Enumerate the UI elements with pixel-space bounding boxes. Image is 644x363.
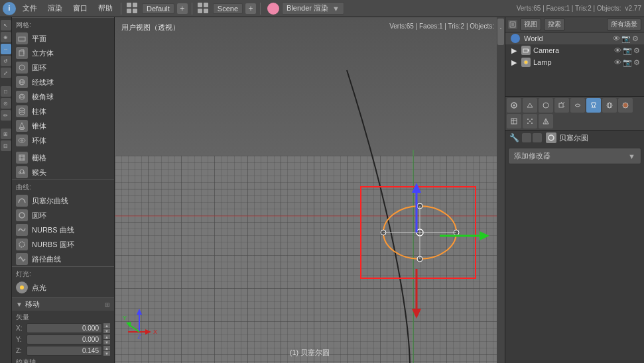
- item-cube[interactable]: 立方体: [12, 46, 114, 60]
- x-down-btn[interactable]: ▼: [103, 329, 110, 333]
- item-bezier-circle[interactable]: 圆环: [12, 208, 114, 223]
- tool-icon-1[interactable]: ↖: [1, 20, 11, 30]
- camera-render-icon[interactable]: 📷: [623, 46, 632, 55]
- menu-window[interactable]: 窗口: [69, 2, 92, 15]
- filter-btn[interactable]: 所有场景: [607, 19, 641, 30]
- viewport[interactable]: 用户视图（透视） Verts:65 | Faces:1 | Tris:2 | O…: [115, 17, 505, 363]
- item-path[interactable]: 路径曲线: [12, 252, 114, 266]
- modifier-props-icon[interactable]: [586, 98, 601, 113]
- world-render-icon[interactable]: 📷: [621, 34, 631, 43]
- svg-point-15: [21, 140, 23, 141]
- viewport-sky: [115, 17, 505, 173]
- y-down-btn[interactable]: ▼: [103, 340, 110, 344]
- item-torus[interactable]: 环体: [12, 133, 114, 148]
- vector-section: 矢量 X: 0.000 ▲ ▼ Y: 0.000: [12, 311, 114, 363]
- svg-text:Z: Z: [137, 333, 141, 340]
- item-uvsphere[interactable]: 经线球: [12, 75, 114, 89]
- item-icosphere[interactable]: 棱角球: [12, 89, 114, 104]
- tool-icon-2[interactable]: ⊕: [1, 32, 11, 42]
- world-eye-icon[interactable]: 👁: [613, 34, 620, 43]
- menu-help[interactable]: 帮助: [94, 2, 117, 15]
- view-btn[interactable]: 视图: [520, 19, 541, 30]
- outliner-icon[interactable]: [508, 20, 517, 29]
- item-bezier[interactable]: 贝塞尔曲线: [12, 193, 114, 208]
- texture-props-icon[interactable]: [507, 114, 521, 129]
- props-toolbar: [505, 97, 644, 130]
- engine-select[interactable]: Blender 渲染 ▼: [282, 2, 344, 15]
- item-circle[interactable]: 圆环: [12, 60, 114, 75]
- tool-icon-4[interactable]: ↺: [1, 56, 11, 66]
- svg-rect-20: [19, 155, 25, 160]
- item-nurbs-circle[interactable]: NURBS 圆环: [12, 237, 114, 252]
- svg-rect-54: [510, 22, 515, 27]
- z-up-btn[interactable]: ▲: [103, 346, 110, 350]
- x-row: X: 0.000 ▲ ▼: [15, 323, 111, 334]
- tool-icon-7[interactable]: ⊙: [1, 98, 11, 109]
- plane-icon: [16, 32, 28, 44]
- tool-icon-9[interactable]: ⊞: [1, 129, 11, 139]
- transform-icon: ⊞: [105, 301, 110, 308]
- add-scene-btn[interactable]: +: [245, 3, 256, 14]
- viewport-dot-menu[interactable]: ·: [499, 23, 502, 33]
- lamp-settings-icon[interactable]: ⚙: [633, 58, 640, 67]
- world-dot: [511, 34, 520, 43]
- object-props-icon[interactable]: [554, 98, 569, 113]
- bezier-icon: [16, 195, 28, 207]
- world-settings-icon[interactable]: ⚙: [632, 34, 639, 43]
- tool-icon-6[interactable]: □: [1, 86, 11, 97]
- y-value[interactable]: 0.000: [27, 335, 102, 344]
- lamp-eye-icon[interactable]: 👁: [614, 58, 621, 67]
- blender-info-icon[interactable]: i: [3, 2, 16, 15]
- lamp-item[interactable]: ▶ Lamp 👁 📷 ⚙: [505, 56, 644, 68]
- bezier-circle-icon: [16, 209, 28, 221]
- y-arrows: ▲ ▼: [103, 335, 110, 344]
- item-plane[interactable]: 平面: [12, 31, 114, 46]
- item-point-light[interactable]: 点光: [12, 280, 114, 295]
- selection-box: [360, 186, 476, 279]
- section-header-mesh: 网格:: [12, 17, 114, 31]
- camera-item[interactable]: ▶ Camera 👁 📷 ⚙: [505, 44, 644, 56]
- x-value[interactable]: 0.000: [27, 323, 102, 333]
- x-up-btn[interactable]: ▲: [103, 323, 110, 328]
- constraint-props-icon[interactable]: [570, 98, 585, 113]
- camera-eye-icon[interactable]: 👁: [614, 46, 621, 55]
- viewport-scrollbar-v[interactable]: [497, 17, 505, 363]
- add-modifier-btn[interactable]: 添加修改器 ▼: [508, 148, 641, 164]
- scene-props-icon[interactable]: [523, 98, 537, 113]
- item-monkey[interactable]: 猴头: [12, 165, 114, 180]
- world-props-icon[interactable]: [539, 98, 553, 113]
- tool-icon-3[interactable]: ↔: [1, 44, 11, 54]
- world-item[interactable]: World 👁 📷 ⚙: [505, 32, 644, 44]
- y-up-btn[interactable]: ▲: [103, 335, 110, 339]
- item-nurbs[interactable]: NURBS 曲线: [12, 223, 114, 237]
- menu-file[interactable]: 文件: [19, 2, 41, 15]
- transform-label: 移动: [25, 299, 40, 309]
- z-down-btn[interactable]: ▼: [103, 351, 110, 356]
- menu-render[interactable]: 渲染: [44, 2, 66, 15]
- search-btn[interactable]: 搜索: [544, 19, 565, 30]
- add-workspace-btn[interactable]: +: [177, 3, 188, 14]
- wrench-icon: 🔧: [509, 133, 519, 142]
- item-cone[interactable]: 锥体: [12, 119, 114, 133]
- tool-icon-8[interactable]: ✏: [1, 110, 11, 121]
- tool-icon-5[interactable]: ⤢: [1, 68, 11, 78]
- camera-settings-icon[interactable]: ⚙: [633, 46, 640, 55]
- data-props-icon[interactable]: [602, 98, 617, 113]
- svg-rect-0: [19, 37, 25, 41]
- nurbs-circle-icon: [16, 238, 28, 250]
- scene-tab[interactable]: Scene: [213, 3, 243, 14]
- particles-props-icon[interactable]: [523, 114, 537, 129]
- object-label: (1) 贝塞尔圆: [290, 348, 330, 358]
- transform-header[interactable]: ▼ 移动 ⊞: [12, 298, 114, 311]
- outliner-header: 视图 搜索 所有场景: [505, 17, 644, 32]
- render-props-icon[interactable]: [507, 98, 521, 113]
- item-cylinder[interactable]: 柱体: [12, 104, 114, 119]
- tool-icon-10[interactable]: ⊟: [1, 140, 11, 151]
- z-value[interactable]: 0.145: [27, 346, 102, 356]
- object-type-icons: [522, 133, 542, 142]
- material-props-icon[interactable]: [618, 98, 633, 113]
- item-grid[interactable]: 栅格: [12, 150, 114, 165]
- lamp-render-icon[interactable]: 📷: [623, 58, 632, 67]
- physics-props-icon[interactable]: [539, 114, 553, 129]
- workspace-tab[interactable]: Default: [142, 3, 174, 14]
